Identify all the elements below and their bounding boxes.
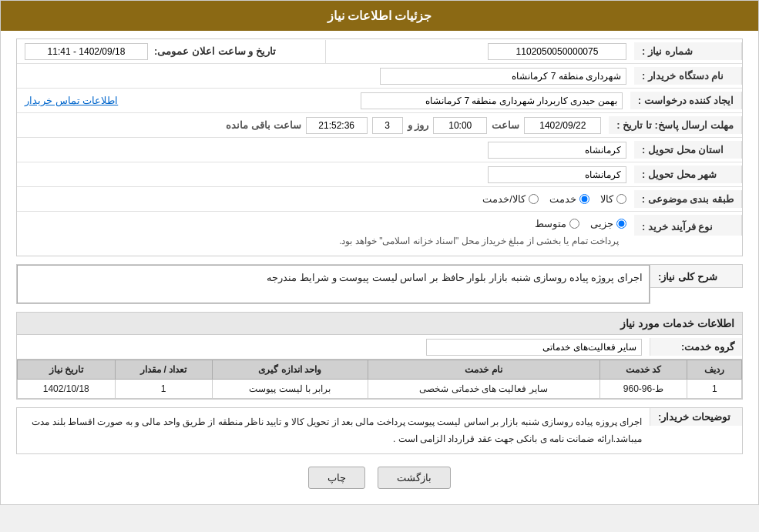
tabaqe-khadamat-item: خدمت [549, 193, 589, 205]
shahr-value [17, 163, 634, 186]
ostan-label: استان محل تحویل : [634, 141, 742, 159]
toz-row: توضیحات خریدار: اجرای پروزه پیاده روسازی… [17, 408, 742, 453]
print-button[interactable]: چاپ [308, 467, 365, 489]
page-container: جزئیات اطلاعات نیاز شماره نیاز : تاریخ و… [0, 0, 759, 505]
noe-frayand-note: پرداخت تمام یا بخشی از مبلغ خریداز محل "… [25, 233, 626, 249]
noe-jozvi-radio[interactable] [616, 219, 626, 229]
ijad-link-container: اطلاعات تماس خریدار [17, 92, 126, 109]
col-name: نام خدمت [368, 360, 599, 380]
row-mohlat: مهلت ارسال پاسخ: تا تاریخ : ساعت روز و س… [17, 113, 742, 138]
nam-dastgah-label: نام دستگاه خریدار : [634, 67, 742, 85]
shahr-label: شهر محل تحویل : [634, 166, 742, 183]
tabaqe-khadamat-label: خدمت [549, 193, 576, 205]
row-tabaqe: طبقه بندی موضوعی : کالا خدمت کالا/خدمت [17, 187, 742, 212]
table-header-row: ردیف کد خدمت نام خدمت واحد اندازه گیری ت… [18, 360, 742, 380]
row-noe-frayand: نوع فرآیند خرید : جزیی متوسط پرداخت تمام… [17, 212, 742, 256]
page-header: جزئیات اطلاعات نیاز [1, 1, 758, 31]
toz-value: اجرای پروزه پیاده روسازی شنبه بازار بر ا… [17, 408, 650, 453]
garoh-khadamat-input[interactable] [426, 339, 642, 356]
main-info-section: شماره نیاز : تاریخ و ساعت اعلان عمومی: ن… [16, 38, 743, 256]
garoh-khadamat-value [17, 336, 650, 359]
tarikh-row: تاریخ و ساعت اعلان عمومی: [17, 40, 325, 63]
tabaqe-kala-khadamat-item: کالا/خدمت [482, 193, 539, 205]
khadamat-table-container: ردیف کد خدمت نام خدمت واحد اندازه گیری ت… [16, 360, 743, 400]
button-row: بازگشت چاپ [16, 467, 743, 489]
tabaqe-radio-group: کالا خدمت کالا/خدمت [475, 190, 634, 208]
cell-vahed: برابر با لیست پیوست [212, 380, 368, 399]
tabaqe-kala-khadamat-radio[interactable] [529, 194, 539, 204]
ijad-link[interactable]: اطلاعات تماس خریدار [25, 95, 118, 106]
tabaqe-kala-khadamat-label: کالا/خدمت [482, 193, 526, 205]
nam-dastgah-value [17, 65, 634, 88]
sharh-niaz-value-container: اجرای پروژه پیاده روسازی شنبه بازار بلوا… [16, 264, 650, 304]
noe-frayand-label: نوع فرآیند خرید : [634, 215, 742, 236]
col-vahed: واحد اندازه گیری [212, 360, 368, 380]
nam-dastgah-input[interactable] [380, 68, 626, 85]
table-row: 1ط-96-960سایر فعالیت های خدماتی شخصیبراب… [18, 380, 742, 399]
toz-label: توضیحات خریدار: [650, 408, 742, 426]
sharh-niaz-label: شرح کلی نیاز: [650, 264, 743, 288]
ijad-konande-label: ایجاد کننده درخواست : [630, 92, 742, 109]
khadamat-header: اطلاعات خدمات مورد نیاز [16, 312, 743, 335]
noe-motaset-label: متوسط [535, 218, 566, 229]
row-ijad-konande: ایجاد کننده درخواست : اطلاعات تماس خریدا… [17, 89, 742, 113]
cell-name: سایر فعالیت های خدماتی شخصی [368, 380, 599, 399]
tabaqe-label: طبقه بندی موضوعی : [634, 190, 742, 208]
garoh-khadamat-label: گروه خدمت: [650, 338, 742, 356]
tabaqe-kala-item: کالا [600, 193, 626, 205]
mohlat-roz-label: روز و [408, 119, 429, 131]
mohlat-date-input[interactable] [524, 117, 601, 134]
shahr-input[interactable] [488, 166, 626, 183]
page-title: جزئیات اطلاعات نیاز [327, 9, 432, 22]
cell-kod: ط-96-960 [599, 380, 687, 399]
cell-tedad: 1 [115, 380, 212, 399]
row-shahr: شهر محل تحویل : [17, 162, 742, 187]
mohlat-remaining-input[interactable] [306, 117, 368, 134]
noe-jozvi-label: جزیی [590, 218, 613, 229]
khadamat-section: اطلاعات خدمات مورد نیاز گروه خدمت: ردیف … [16, 312, 743, 400]
table-head: ردیف کد خدمت نام خدمت واحد اندازه گیری ت… [18, 360, 742, 380]
toz-section: توضیحات خریدار: اجرای پروزه پیاده روسازی… [16, 407, 743, 454]
row-nam-dastgah: نام دستگاه خریدار : [17, 64, 742, 89]
shomara-niaz-label: شماره نیاز : [634, 42, 742, 60]
mohlat-saat-input[interactable] [433, 117, 487, 134]
cell-tarikh: 1402/10/18 [18, 380, 116, 399]
tabaqe-kala-radio[interactable] [616, 194, 626, 204]
tarikh-label: تاریخ و ساعت اعلان عمومی: [154, 45, 276, 57]
noe-motaset-radio[interactable] [569, 219, 579, 229]
noe-frayand-content: جزیی متوسط پرداخت تمام یا بخشی از مبلغ خ… [17, 215, 634, 253]
garoh-khadamat-row: گروه خدمت: [16, 335, 743, 360]
col-radif: ردیف [687, 360, 742, 380]
cell-radif: 1 [687, 380, 742, 399]
col-kod: کد خدمت [599, 360, 687, 380]
ijad-konande-input[interactable] [361, 92, 623, 109]
ostan-input[interactable] [488, 142, 626, 159]
mohlat-label: مهلت ارسال پاسخ: تا تاریخ : [609, 116, 742, 134]
ostan-value [17, 139, 634, 162]
shomara-niaz-input[interactable] [488, 43, 626, 60]
tabaqe-kala-label: کالا [600, 193, 613, 205]
col-tedad: تعداد / مقدار [115, 360, 212, 380]
mohlat-roz-input[interactable] [372, 117, 403, 134]
shomara-niaz-value [325, 40, 634, 63]
main-content: شماره نیاز : تاریخ و ساعت اعلان عمومی: ن… [1, 31, 758, 504]
mohlat-saat-label: ساعت [492, 119, 519, 131]
tarikh-input[interactable] [25, 43, 148, 60]
tabaqe-khadamat-radio[interactable] [579, 194, 589, 204]
col-tarikh: تاریخ نیاز [18, 360, 116, 380]
sharh-niaz-section: شرح کلی نیاز: اجرای پروژه پیاده روسازی ش… [16, 264, 743, 304]
mohlat-fields: ساعت روز و ساعت باقی مانده [17, 114, 609, 137]
noe-frayand-radio-group: جزیی متوسط [25, 218, 626, 229]
sharh-niaz-box: اجرای پروژه پیاده روسازی شنبه بازار بلوا… [17, 265, 650, 303]
khadamat-table: ردیف کد خدمت نام خدمت واحد اندازه گیری ت… [17, 360, 742, 399]
back-button[interactable]: بازگشت [378, 467, 451, 489]
noe-motaset-item: متوسط [535, 218, 579, 229]
ijad-konande-value [126, 89, 630, 112]
table-body: 1ط-96-960سایر فعالیت های خدماتی شخصیبراب… [18, 380, 742, 399]
noe-jozvi-item: جزیی [590, 218, 626, 229]
row-shomara-tarikh: شماره نیاز : تاریخ و ساعت اعلان عمومی: [17, 39, 742, 64]
row-ostan: استان محل تحویل : [17, 138, 742, 162]
mohlat-remaining-label: ساعت باقی مانده [226, 119, 301, 131]
